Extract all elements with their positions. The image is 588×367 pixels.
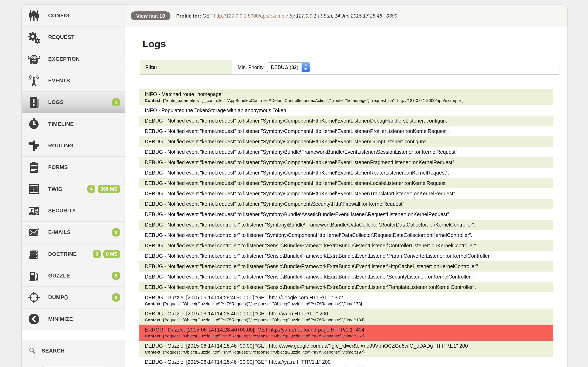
profiler-panel: CONFIG REQUEST EXCEPTION bbox=[21, 4, 568, 367]
view-last-10-button[interactable]: View last 10 bbox=[131, 11, 171, 20]
signpost-icon bbox=[27, 139, 40, 152]
select-stepper-icon bbox=[302, 63, 310, 72]
log-message: DEBUG - Notified event "kernel.controlle… bbox=[145, 243, 548, 249]
min-priority-select[interactable]: DEBUG (32) bbox=[267, 62, 310, 72]
log-context: Context: {"request":"Object(GuzzleHttp\\… bbox=[145, 301, 548, 306]
log-row: INFO - Matched route "homepage". Context… bbox=[139, 89, 553, 105]
sidebar-item-forms[interactable]: FORMS bbox=[22, 157, 125, 178]
sidebar-item-label: DOCTRINE bbox=[48, 251, 77, 257]
sidebar-item-config[interactable]: CONFIG bbox=[22, 5, 125, 26]
log-message: DEBUG - Notified event "kernel.controlle… bbox=[145, 232, 548, 238]
log-message: DEBUG - Notified event "kernel.request" … bbox=[145, 159, 548, 165]
log-row: DEBUG - Notified event "kernel.controlle… bbox=[139, 261, 553, 272]
sidebar-item-label: LOGS bbox=[48, 99, 64, 105]
log-message: DEBUG - Notified event "kernel.request" … bbox=[145, 118, 548, 124]
sidebar-item-exception[interactable]: EXCEPTION bbox=[22, 48, 125, 70]
min-priority-label: Min. Priority bbox=[238, 64, 264, 70]
sidebar-item-logs[interactable]: LOGS 1 bbox=[22, 92, 125, 113]
request-method: GET bbox=[202, 13, 212, 18]
clock-icon bbox=[27, 117, 40, 131]
log-message: DEBUG - Notified event "kernel.request" … bbox=[145, 211, 548, 217]
sidebar-item-twig[interactable]: TWIG 4366 MS bbox=[22, 178, 125, 200]
log-message: DEBUG - Notified event "kernel.request" … bbox=[145, 139, 548, 145]
log-row: DEBUG - Notified event "kernel.request" … bbox=[139, 126, 553, 136]
badge-group: 5 bbox=[112, 272, 120, 280]
sidebar-item-request[interactable]: REQUEST bbox=[22, 26, 125, 48]
search-input[interactable] bbox=[43, 366, 107, 367]
log-message: DEBUG - Notified event "kernel.controlle… bbox=[145, 284, 548, 290]
sidebar-item-label: DUMP() bbox=[48, 294, 68, 300]
log-message: DEBUG - Notified event "kernel.controlle… bbox=[145, 274, 548, 280]
log-row: DEBUG - Notified event "kernel.controlle… bbox=[139, 282, 553, 292]
log-row: DEBUG - Notified event "kernel.controlle… bbox=[139, 230, 553, 240]
search-label: SEARCH bbox=[42, 348, 65, 354]
count-badge: 0 bbox=[112, 293, 120, 301]
client-ip: 127.0.0.1 bbox=[296, 13, 316, 18]
sidebar-item-routing[interactable]: ROUTING bbox=[22, 135, 125, 157]
profile-summary: Profile for: GET http://127.0.0.1:8000/a… bbox=[176, 13, 397, 19]
sidebar-item-label: REQUEST bbox=[48, 34, 75, 40]
log-message: DEBUG - Notified event "kernel.request" … bbox=[145, 180, 548, 186]
topbar: View last 10 Profile for: GET http://127… bbox=[125, 5, 567, 27]
log-row: DEBUG - Notified event "kernel.request" … bbox=[139, 167, 553, 178]
profiler-page: CONFIG REQUEST EXCEPTION bbox=[0, 0, 588, 367]
badge-group: 00 MS bbox=[93, 250, 120, 258]
database-icon bbox=[27, 248, 40, 261]
sidebar-item-security[interactable]: SECURITY bbox=[22, 200, 125, 222]
count-badge: 366 MS bbox=[98, 185, 120, 193]
sidebar-item-events[interactable]: EVENTS bbox=[22, 70, 125, 92]
log-row: DEBUG - Notified event "kernel.request" … bbox=[139, 178, 553, 188]
main-content: Logs Filter Min. Priority DEBUG (32) bbox=[125, 27, 567, 367]
log-list: INFO - Matched route "homepage". Context… bbox=[139, 89, 553, 367]
log-message: DEBUG - Guzzle: [2015-06-14T14:28:46+00:… bbox=[145, 343, 548, 349]
log-row: DEBUG - Notified event "kernel.controlle… bbox=[139, 240, 553, 251]
sidebar-menu: CONFIG REQUEST EXCEPTION bbox=[22, 5, 125, 330]
profile-for-label: Profile for: bbox=[176, 13, 201, 18]
sidebar-item-label: EXCEPTION bbox=[48, 56, 80, 62]
log-context: Context: {"request":"Object(GuzzleHttp\\… bbox=[145, 317, 548, 322]
sidebar-item-label: FORMS bbox=[48, 164, 68, 170]
crosshair-icon bbox=[27, 291, 40, 304]
log-row: DEBUG - Notified event "kernel.controlle… bbox=[139, 220, 553, 230]
log-message: DEBUG - Notified event "kernel.request" … bbox=[145, 170, 548, 176]
log-row: DEBUG - Notified event "kernel.request" … bbox=[139, 188, 553, 199]
log-message: DEBUG - Notified event "kernel.controlle… bbox=[145, 222, 548, 228]
log-context: Context: {"request":"Object(GuzzleHttp\\… bbox=[145, 350, 548, 355]
sidebar-item-minimize[interactable]: MINIMIZE bbox=[22, 309, 125, 330]
filter-controls: Min. Priority DEBUG (32) bbox=[232, 60, 559, 75]
sliders-icon bbox=[27, 9, 40, 22]
profile-url-link[interactable]: http://127.0.0.1:8000/app/example bbox=[214, 13, 288, 18]
log-message: DEBUG - Notified event "kernel.controlle… bbox=[145, 263, 548, 269]
sidebar-item-label: EVENTS bbox=[48, 77, 70, 84]
sidebar-item-emails[interactable]: E-MAILS 0 bbox=[22, 222, 125, 243]
log-row: DEBUG - Notified event "kernel.request" … bbox=[139, 136, 553, 147]
sidebar-item-doctrine[interactable]: DOCTRINE 00 MS bbox=[22, 243, 125, 265]
filter-label: Filter bbox=[140, 60, 232, 75]
badge-group: 4366 MS bbox=[87, 185, 120, 193]
log-row: DEBUG - Guzzle: [2015-06-14T14:28:46+00:… bbox=[139, 309, 553, 325]
sidebar-item-dump[interactable]: DUMP() 0 bbox=[22, 287, 125, 308]
log-message: DEBUG - Guzzle: [2015-06-14T14:28:46+00:… bbox=[145, 311, 548, 317]
log-row: INFO - Populated the TokenStorage with a… bbox=[139, 105, 553, 116]
count-badge: 5 bbox=[112, 272, 120, 280]
layout-icon bbox=[27, 183, 40, 196]
log-row: DEBUG - Notified event "kernel.request" … bbox=[139, 199, 553, 209]
sidebar-item-label: TIMELINE bbox=[48, 121, 74, 127]
log-message: DEBUG - Notified event "kernel.request" … bbox=[145, 149, 548, 155]
log-row: DEBUG - Notified event "kernel.request" … bbox=[139, 116, 553, 126]
log-message: DEBUG - Notified event "kernel.request" … bbox=[145, 201, 548, 207]
sidebar-item-timeline[interactable]: TIMELINE bbox=[22, 113, 125, 135]
fuel-pump-icon bbox=[27, 269, 40, 282]
badge-group: 0 bbox=[112, 228, 120, 236]
log-message: DEBUG - Notified event "kernel.controlle… bbox=[145, 253, 548, 259]
log-context: Context: {"route_parameters":{"_controll… bbox=[145, 98, 548, 103]
clipboard-icon bbox=[27, 161, 40, 174]
sidebar-item-label: MINIMIZE bbox=[48, 316, 73, 322]
profile-date: Sun, 14 Jun 2015 17:28:46 +0300 bbox=[323, 13, 397, 18]
log-context: Context: {"request":"Object(GuzzleHttp\\… bbox=[145, 366, 548, 367]
count-badge: 0 MS bbox=[103, 250, 120, 258]
count-badge: 1 bbox=[112, 98, 120, 106]
log-message: INFO - Matched route "homepage". bbox=[145, 91, 548, 97]
sidebar-item-guzzle[interactable]: GUZZLE 5 bbox=[22, 265, 125, 287]
sidebar-item-label: GUZZLE bbox=[48, 273, 70, 279]
